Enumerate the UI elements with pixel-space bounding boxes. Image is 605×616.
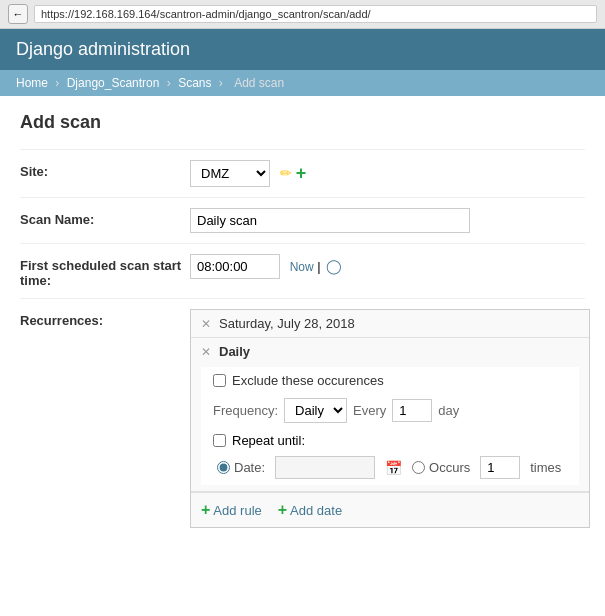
site-row: Site: DMZ ✏ + — [20, 149, 585, 197]
every-input[interactable] — [392, 399, 432, 422]
frequency-select[interactable]: Daily — [284, 398, 347, 423]
date-occurs-row: Date: 📅 Occurs times — [213, 456, 579, 479]
breadcrumb-current: Add scan — [234, 76, 284, 90]
recurrences-label: Recurrences: — [20, 309, 190, 328]
rule-header: ✕ Daily — [201, 344, 579, 359]
start-time-label: First scheduled scan start time: — [20, 254, 190, 288]
remove-date-icon[interactable]: ✕ — [201, 317, 211, 331]
site-title: Django administration — [16, 39, 589, 60]
back-button[interactable]: ← — [8, 4, 28, 24]
breadcrumb-home[interactable]: Home — [16, 76, 48, 90]
recurrence-date-row: ✕ Saturday, July 28, 2018 — [191, 310, 589, 338]
repeat-until-row: Repeat until: — [213, 433, 579, 448]
page-title: Add scan — [20, 112, 585, 133]
add-date-plus-icon: + — [278, 501, 287, 519]
breadcrumb-app[interactable]: Django_Scantron — [67, 76, 160, 90]
occurs-radio[interactable] — [412, 461, 425, 474]
rule-body: Exclude these occurences Frequency: Dail… — [201, 367, 579, 485]
breadcrumb: Home › Django_Scantron › Scans › Add sca… — [0, 70, 605, 96]
site-icons: ✏ + — [280, 164, 307, 182]
date-radio-label: Date: — [217, 460, 265, 475]
site-field-content: DMZ ✏ + — [190, 160, 585, 187]
django-admin-header: Django administration — [0, 29, 605, 70]
scan-name-label: Scan Name: — [20, 208, 190, 227]
breadcrumb-scans[interactable]: Scans — [178, 76, 211, 90]
occurs-radio-text: Occurs — [429, 460, 470, 475]
repeat-until-label: Repeat until: — [232, 433, 305, 448]
times-label: times — [530, 460, 561, 475]
site-label: Site: — [20, 160, 190, 179]
scan-name-field-content — [190, 208, 585, 233]
rule-title: Daily — [219, 344, 250, 359]
clock-icon[interactable]: ◯ — [326, 258, 342, 274]
date-radio[interactable] — [217, 461, 230, 474]
date-radio-text: Date: — [234, 460, 265, 475]
add-site-icon[interactable]: + — [296, 164, 307, 182]
recurrences-row: Recurrences: ✕ Saturday, July 28, 2018 ✕… — [20, 298, 585, 538]
day-label: day — [438, 403, 459, 418]
url-bar[interactable]: https://192.168.169.164/scantron-admin/d… — [34, 5, 597, 23]
add-date-label: Add date — [290, 503, 342, 518]
exclude-label: Exclude these occurences — [232, 373, 384, 388]
start-time-row: First scheduled scan start time: Now | ◯ — [20, 243, 585, 298]
calendar-icon[interactable]: 📅 — [385, 460, 402, 476]
occurs-radio-label: Occurs — [412, 460, 470, 475]
frequency-row: Frequency: Daily Every day — [213, 398, 579, 423]
remove-rule-icon[interactable]: ✕ — [201, 345, 211, 359]
exclude-checkbox[interactable] — [213, 374, 226, 387]
every-label: Every — [353, 403, 386, 418]
edit-site-icon[interactable]: ✏ — [280, 165, 292, 181]
exclude-row: Exclude these occurences — [213, 373, 579, 388]
add-rule-label: Add rule — [213, 503, 261, 518]
add-date-link[interactable]: + Add date — [278, 501, 342, 519]
scan-name-input[interactable] — [190, 208, 470, 233]
frequency-label: Frequency: — [213, 403, 278, 418]
start-time-field-content: Now | ◯ — [190, 254, 585, 279]
repeat-until-checkbox[interactable] — [213, 434, 226, 447]
recurrences-box: ✕ Saturday, July 28, 2018 ✕ Daily Exclud… — [190, 309, 590, 528]
add-rule-plus-icon: + — [201, 501, 210, 519]
page-content: Add scan Site: DMZ ✏ + Scan Name: First … — [0, 96, 605, 554]
recurrence-rule-row: ✕ Daily Exclude these occurences Frequen… — [191, 338, 589, 492]
scan-name-row: Scan Name: — [20, 197, 585, 243]
add-rule-link[interactable]: + Add rule — [201, 501, 262, 519]
date-input[interactable] — [275, 456, 375, 479]
site-select[interactable]: DMZ — [190, 160, 270, 187]
now-link[interactable]: Now — [290, 260, 314, 274]
recurrence-date-text: Saturday, July 28, 2018 — [219, 316, 355, 331]
recurrences-footer: + Add rule + Add date — [191, 492, 589, 527]
browser-chrome: ← https://192.168.169.164/scantron-admin… — [0, 0, 605, 29]
separator: | — [317, 259, 324, 274]
occurs-input[interactable] — [480, 456, 520, 479]
recurrences-field-content: ✕ Saturday, July 28, 2018 ✕ Daily Exclud… — [190, 309, 590, 528]
time-input[interactable] — [190, 254, 280, 279]
